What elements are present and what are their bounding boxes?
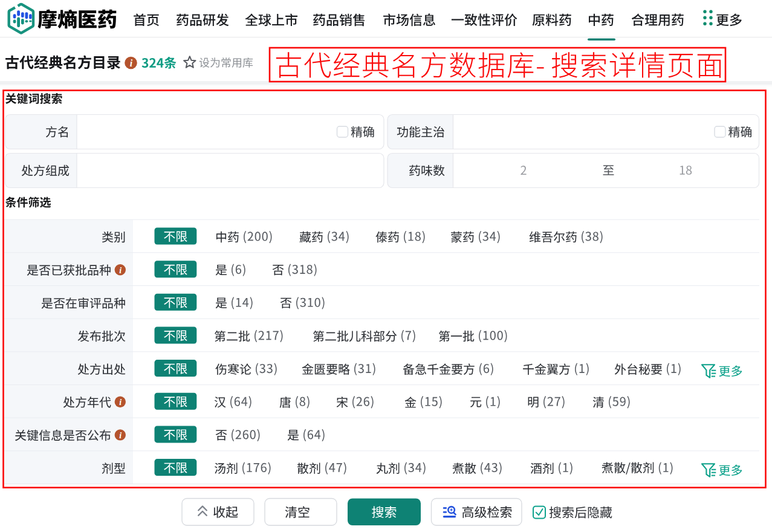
svg-text:i: i — [119, 398, 122, 407]
svg-text:i: i — [119, 266, 122, 275]
svg-text:i: i — [119, 431, 122, 440]
svg-text:i: i — [130, 58, 133, 68]
